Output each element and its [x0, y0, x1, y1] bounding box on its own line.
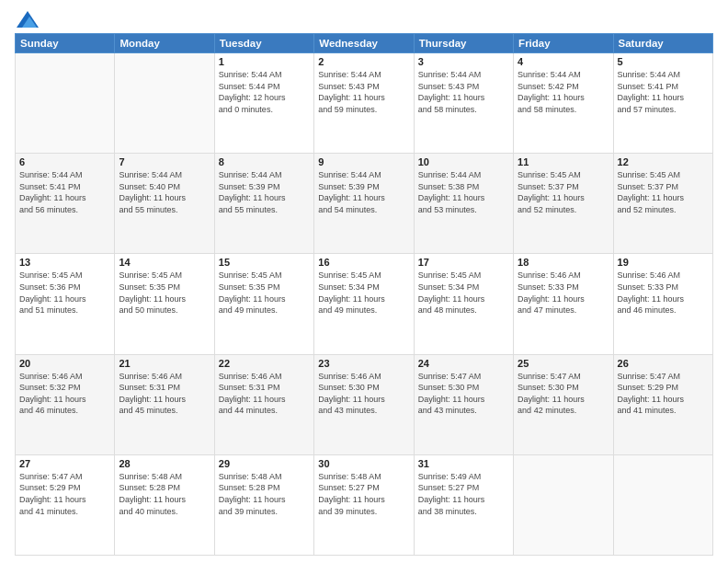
day-detail: Sunrise: 5:48 AM Sunset: 5:28 PM Dayligh… — [119, 471, 210, 517]
day-number: 13 — [19, 257, 110, 268]
calendar-cell: 27Sunrise: 5:47 AM Sunset: 5:29 PM Dayli… — [16, 454, 115, 555]
calendar-cell: 24Sunrise: 5:47 AM Sunset: 5:30 PM Dayli… — [414, 354, 513, 454]
day-number: 1 — [219, 56, 310, 67]
calendar-cell: 26Sunrise: 5:47 AM Sunset: 5:29 PM Dayli… — [613, 354, 712, 454]
calendar-cell: 2Sunrise: 5:44 AM Sunset: 5:43 PM Daylig… — [314, 53, 414, 154]
day-number: 16 — [318, 257, 409, 268]
day-detail: Sunrise: 5:44 AM Sunset: 5:41 PM Dayligh… — [618, 69, 709, 115]
day-number: 5 — [618, 56, 709, 67]
day-detail: Sunrise: 5:46 AM Sunset: 5:31 PM Dayligh… — [219, 371, 310, 417]
day-number: 3 — [418, 56, 509, 67]
day-number: 25 — [518, 358, 609, 369]
calendar-cell: 18Sunrise: 5:46 AM Sunset: 5:33 PM Dayli… — [514, 254, 613, 354]
day-detail: Sunrise: 5:47 AM Sunset: 5:29 PM Dayligh… — [19, 471, 110, 517]
day-detail: Sunrise: 5:44 AM Sunset: 5:43 PM Dayligh… — [318, 69, 409, 115]
day-detail: Sunrise: 5:44 AM Sunset: 5:44 PM Dayligh… — [219, 69, 310, 115]
day-detail: Sunrise: 5:46 AM Sunset: 5:33 PM Dayligh… — [518, 270, 609, 316]
day-number: 17 — [418, 257, 509, 268]
day-detail: Sunrise: 5:47 AM Sunset: 5:30 PM Dayligh… — [418, 371, 509, 417]
day-number: 27 — [19, 458, 110, 469]
day-detail: Sunrise: 5:44 AM Sunset: 5:40 PM Dayligh… — [119, 169, 210, 215]
day-number: 24 — [418, 358, 509, 369]
calendar-cell — [16, 53, 115, 154]
calendar-cell: 20Sunrise: 5:46 AM Sunset: 5:32 PM Dayli… — [16, 354, 115, 454]
calendar-cell: 31Sunrise: 5:49 AM Sunset: 5:27 PM Dayli… — [414, 454, 513, 555]
day-number: 18 — [518, 257, 609, 268]
day-number: 14 — [119, 257, 210, 268]
logo — [15, 11, 39, 28]
day-detail: Sunrise: 5:44 AM Sunset: 5:43 PM Dayligh… — [418, 69, 509, 115]
calendar-cell: 15Sunrise: 5:45 AM Sunset: 5:35 PM Dayli… — [214, 254, 313, 354]
calendar-cell: 4Sunrise: 5:44 AM Sunset: 5:42 PM Daylig… — [514, 53, 613, 154]
day-detail: Sunrise: 5:48 AM Sunset: 5:27 PM Dayligh… — [318, 471, 409, 517]
day-number: 20 — [19, 358, 110, 369]
calendar-cell: 11Sunrise: 5:45 AM Sunset: 5:37 PM Dayli… — [514, 154, 613, 254]
day-number: 12 — [618, 156, 709, 167]
day-number: 19 — [618, 257, 709, 268]
calendar-week-5: 27Sunrise: 5:47 AM Sunset: 5:29 PM Dayli… — [16, 454, 713, 555]
calendar-cell: 5Sunrise: 5:44 AM Sunset: 5:41 PM Daylig… — [613, 53, 712, 154]
weekday-header-saturday: Saturday — [613, 34, 712, 53]
calendar-cell: 13Sunrise: 5:45 AM Sunset: 5:36 PM Dayli… — [16, 254, 115, 354]
weekday-header-thursday: Thursday — [414, 34, 513, 53]
day-number: 31 — [418, 458, 509, 469]
calendar-cell — [514, 454, 613, 555]
day-number: 21 — [119, 358, 210, 369]
day-number: 10 — [418, 156, 509, 167]
logo-icon — [17, 11, 39, 28]
day-detail: Sunrise: 5:44 AM Sunset: 5:42 PM Dayligh… — [518, 69, 609, 115]
calendar-cell — [613, 454, 712, 555]
day-number: 23 — [318, 358, 409, 369]
calendar-cell: 17Sunrise: 5:45 AM Sunset: 5:34 PM Dayli… — [414, 254, 513, 354]
weekday-header-monday: Monday — [115, 34, 214, 53]
calendar-cell — [115, 53, 214, 154]
calendar-week-4: 20Sunrise: 5:46 AM Sunset: 5:32 PM Dayli… — [16, 354, 713, 454]
day-detail: Sunrise: 5:47 AM Sunset: 5:29 PM Dayligh… — [618, 371, 709, 417]
day-detail: Sunrise: 5:45 AM Sunset: 5:35 PM Dayligh… — [119, 270, 210, 316]
day-detail: Sunrise: 5:45 AM Sunset: 5:37 PM Dayligh… — [518, 169, 609, 215]
day-number: 9 — [318, 156, 409, 167]
weekday-header-sunday: Sunday — [16, 34, 115, 53]
day-detail: Sunrise: 5:45 AM Sunset: 5:36 PM Dayligh… — [19, 270, 110, 316]
calendar-cell: 6Sunrise: 5:44 AM Sunset: 5:41 PM Daylig… — [16, 154, 115, 254]
page: SundayMondayTuesdayWednesdayThursdayFrid… — [0, 0, 728, 563]
calendar-cell: 25Sunrise: 5:47 AM Sunset: 5:30 PM Dayli… — [514, 354, 613, 454]
day-detail: Sunrise: 5:45 AM Sunset: 5:35 PM Dayligh… — [219, 270, 310, 316]
day-number: 8 — [219, 156, 310, 167]
calendar-cell: 29Sunrise: 5:48 AM Sunset: 5:28 PM Dayli… — [214, 454, 313, 555]
day-detail: Sunrise: 5:45 AM Sunset: 5:37 PM Dayligh… — [618, 169, 709, 215]
day-number: 22 — [219, 358, 310, 369]
day-detail: Sunrise: 5:44 AM Sunset: 5:41 PM Dayligh… — [19, 169, 110, 215]
calendar-table: SundayMondayTuesdayWednesdayThursdayFrid… — [15, 33, 713, 556]
day-detail: Sunrise: 5:44 AM Sunset: 5:38 PM Dayligh… — [418, 169, 509, 215]
day-number: 15 — [219, 257, 310, 268]
day-detail: Sunrise: 5:46 AM Sunset: 5:31 PM Dayligh… — [119, 371, 210, 417]
day-detail: Sunrise: 5:48 AM Sunset: 5:28 PM Dayligh… — [219, 471, 310, 517]
weekday-header-friday: Friday — [514, 34, 613, 53]
day-number: 7 — [119, 156, 210, 167]
day-number: 4 — [518, 56, 609, 67]
calendar-cell: 21Sunrise: 5:46 AM Sunset: 5:31 PM Dayli… — [115, 354, 214, 454]
day-number: 29 — [219, 458, 310, 469]
day-detail: Sunrise: 5:46 AM Sunset: 5:30 PM Dayligh… — [318, 371, 409, 417]
day-detail: Sunrise: 5:45 AM Sunset: 5:34 PM Dayligh… — [318, 270, 409, 316]
day-detail: Sunrise: 5:44 AM Sunset: 5:39 PM Dayligh… — [318, 169, 409, 215]
calendar-cell: 8Sunrise: 5:44 AM Sunset: 5:39 PM Daylig… — [214, 154, 313, 254]
calendar-header-row: SundayMondayTuesdayWednesdayThursdayFrid… — [16, 34, 713, 53]
weekday-header-wednesday: Wednesday — [314, 34, 414, 53]
calendar-week-3: 13Sunrise: 5:45 AM Sunset: 5:36 PM Dayli… — [16, 254, 713, 354]
day-detail: Sunrise: 5:47 AM Sunset: 5:30 PM Dayligh… — [518, 371, 609, 417]
calendar-cell: 3Sunrise: 5:44 AM Sunset: 5:43 PM Daylig… — [414, 53, 513, 154]
day-number: 30 — [318, 458, 409, 469]
day-number: 11 — [518, 156, 609, 167]
calendar-cell: 9Sunrise: 5:44 AM Sunset: 5:39 PM Daylig… — [314, 154, 414, 254]
calendar-week-2: 6Sunrise: 5:44 AM Sunset: 5:41 PM Daylig… — [16, 154, 713, 254]
day-detail: Sunrise: 5:46 AM Sunset: 5:33 PM Dayligh… — [618, 270, 709, 316]
calendar-cell: 7Sunrise: 5:44 AM Sunset: 5:40 PM Daylig… — [115, 154, 214, 254]
day-detail: Sunrise: 5:49 AM Sunset: 5:27 PM Dayligh… — [418, 471, 509, 517]
header — [15, 11, 713, 28]
calendar-cell: 12Sunrise: 5:45 AM Sunset: 5:37 PM Dayli… — [613, 154, 712, 254]
calendar-cell: 22Sunrise: 5:46 AM Sunset: 5:31 PM Dayli… — [214, 354, 313, 454]
calendar-week-1: 1Sunrise: 5:44 AM Sunset: 5:44 PM Daylig… — [16, 53, 713, 154]
day-number: 28 — [119, 458, 210, 469]
